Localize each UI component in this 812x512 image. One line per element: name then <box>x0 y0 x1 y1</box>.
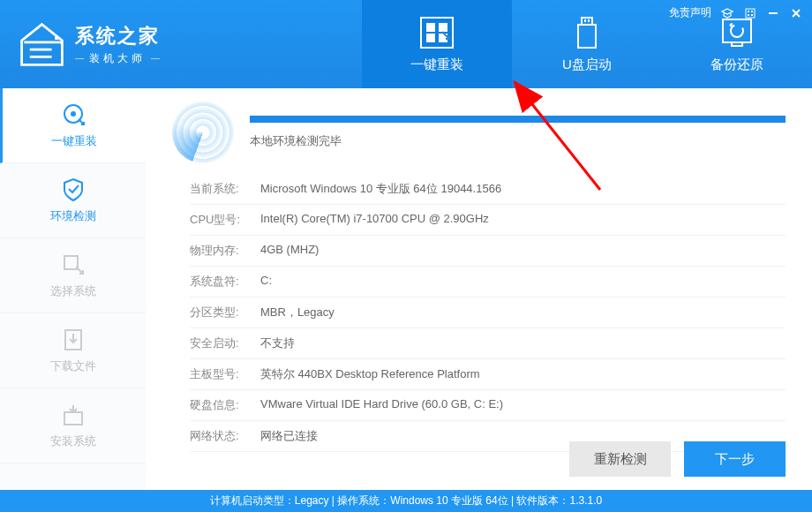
body: 一键重装 环境检测 选择系统 下载文件 安装系统 本地环境检测完毕 当前 <box>0 88 812 490</box>
svg-rect-8 <box>584 19 586 22</box>
svg-rect-13 <box>732 42 742 46</box>
sidebar-label: 安装系统 <box>50 433 96 449</box>
svg-rect-14 <box>746 9 755 18</box>
progress-area: 本地环境检测完毕 <box>250 116 786 149</box>
info-row-disk: 硬盘信息:VMware Virtual IDE Hard Drive (60.0… <box>190 390 786 421</box>
tab-label: 一键重装 <box>410 56 463 73</box>
footer: 计算机启动类型：Legacy | 操作系统：Windows 10 专业版 64位… <box>0 490 812 512</box>
info-row-partition: 分区类型:MBR，Legacy <box>190 297 786 328</box>
house-logo-icon <box>18 20 66 69</box>
svg-rect-11 <box>723 19 751 42</box>
scan-row: 本地环境检测完毕 <box>172 102 786 163</box>
info-row-cpu: CPU型号:Intel(R) Core(TM) i7-10700 CPU @ 2… <box>190 205 786 236</box>
footer-text: 计算机启动类型：Legacy | 操作系统：Windows 10 专业版 64位… <box>210 493 602 508</box>
sidebar-item-envcheck[interactable]: 环境检测 <box>0 163 146 238</box>
svg-rect-25 <box>64 412 82 425</box>
info-row-os: 当前系统:Microsoft Windows 10 专业版 64位 19044.… <box>190 174 786 205</box>
sidebar-item-selectsys[interactable]: 选择系统 <box>0 238 146 313</box>
sidebar-item-reinstall[interactable]: 一键重装 <box>0 88 146 163</box>
svg-rect-9 <box>588 19 590 22</box>
svg-point-23 <box>71 111 76 117</box>
progress-bar <box>250 116 786 123</box>
sidebar-label: 一键重装 <box>51 133 97 149</box>
svg-rect-0 <box>55 36 58 40</box>
select-icon <box>60 252 86 278</box>
info-row-motherboard: 主板型号:英特尔 440BX Desktop Reference Platfor… <box>190 359 786 390</box>
sidebar: 一键重装 环境检测 选择系统 下载文件 安装系统 <box>0 88 146 490</box>
settings-icon[interactable] <box>743 6 757 20</box>
svg-rect-4 <box>439 23 447 32</box>
tab-one-click-reinstall[interactable]: 一键重装 <box>362 0 512 88</box>
info-row-mem: 物理内存:4GB (MHZ) <box>190 236 786 267</box>
install-icon <box>60 402 86 428</box>
svg-rect-16 <box>751 11 753 12</box>
app-subtitle: 装机大师 <box>75 51 160 66</box>
download-icon <box>60 327 86 353</box>
content: 本地环境检测完毕 当前系统:Microsoft Windows 10 专业版 6… <box>146 88 812 490</box>
svg-rect-1 <box>60 41 63 43</box>
svg-rect-10 <box>578 25 596 48</box>
minimize-icon[interactable] <box>766 6 780 20</box>
shield-check-icon <box>60 177 86 203</box>
info-table: 当前系统:Microsoft Windows 10 专业版 64位 19044.… <box>172 174 786 452</box>
tab-label: 备份还原 <box>710 56 763 73</box>
backup-icon <box>719 16 755 49</box>
logo-area: 系统之家 装机大师 <box>0 20 177 69</box>
radar-icon <box>172 102 234 163</box>
usb-icon <box>569 16 605 49</box>
action-buttons: 重新检测 下一步 <box>569 441 786 477</box>
next-button[interactable]: 下一步 <box>684 441 786 477</box>
svg-rect-7 <box>582 18 592 25</box>
recheck-button[interactable]: 重新检测 <box>569 441 671 477</box>
svg-rect-5 <box>426 34 435 42</box>
info-row-secureboot: 安全启动:不支持 <box>190 328 786 359</box>
svg-rect-3 <box>426 23 435 32</box>
windows-reinstall-icon <box>419 16 455 49</box>
sidebar-label: 选择系统 <box>50 283 96 299</box>
titlebar: 免责声明 <box>669 5 803 20</box>
tab-usb-boot[interactable]: U盘启动 <box>512 0 662 88</box>
svg-rect-17 <box>748 14 749 16</box>
disclaimer-link[interactable]: 免责声明 <box>669 5 711 20</box>
svg-point-12 <box>731 25 743 37</box>
svg-rect-15 <box>748 11 749 12</box>
graduation-icon[interactable] <box>720 6 734 20</box>
close-icon[interactable] <box>789 6 803 20</box>
info-row-sysdrive: 系统盘符:C: <box>190 267 786 297</box>
header: 系统之家 装机大师 一键重装 U盘启动 <box>0 0 812 88</box>
tab-label: U盘启动 <box>562 56 612 73</box>
logo-text: 系统之家 装机大师 <box>75 23 160 66</box>
app-title: 系统之家 <box>75 23 160 49</box>
svg-rect-18 <box>751 14 753 16</box>
sidebar-label: 下载文件 <box>50 358 96 374</box>
sidebar-item-install[interactable]: 安装系统 <box>0 388 146 463</box>
scan-status: 本地环境检测完毕 <box>250 133 786 149</box>
sidebar-label: 环境检测 <box>50 208 96 224</box>
svg-rect-2 <box>421 18 453 48</box>
sidebar-item-download[interactable]: 下载文件 <box>0 313 146 388</box>
target-icon <box>61 102 87 128</box>
